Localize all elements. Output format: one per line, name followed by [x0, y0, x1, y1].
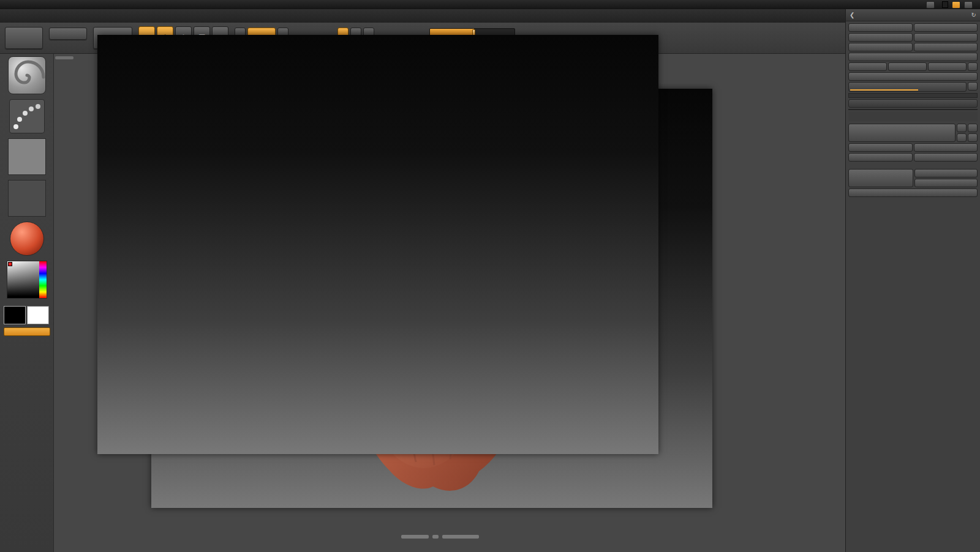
dots-stroke-icon [10, 100, 44, 133]
zbrush-app: ▣ ✛ ✥ ⇱ ↻ [0, 0, 980, 552]
switch-color-swatches [4, 306, 50, 324]
save-as-button[interactable] [914, 23, 978, 32]
current-tool-r-button[interactable] [968, 82, 978, 91]
lightbox-tools-button[interactable] [848, 72, 978, 81]
canvas-scrollbar-top[interactable] [55, 56, 74, 59]
document-title [97, 35, 658, 454]
import-button[interactable] [848, 33, 913, 42]
spiral-brush-icon [9, 57, 45, 94]
secondary-color-swatch[interactable] [27, 306, 49, 324]
current-tool-slider-fill [850, 89, 918, 91]
canvas-scrollbar-segment[interactable] [401, 535, 429, 539]
goz-r-button[interactable] [968, 62, 978, 71]
alpha-thumbnail[interactable] [8, 138, 46, 175]
current-brush[interactable] [8, 56, 46, 95]
tool-palette-body [846, 21, 980, 552]
alternate-button[interactable] [4, 327, 50, 336]
tool-palette: ❮ ↻ [845, 9, 980, 552]
subtool-section-header[interactable] [848, 99, 978, 108]
titlebar-right [926, 1, 976, 9]
brush-thumbnail[interactable] [8, 56, 46, 94]
tool-palette-header: ❮ ↻ [846, 9, 980, 21]
insert-button[interactable] [914, 179, 978, 187]
texture-thumbnail[interactable] [8, 180, 46, 217]
left-palette [0, 54, 54, 552]
export-button[interactable] [914, 33, 978, 42]
stroke-thumbnail[interactable] [9, 99, 45, 133]
color-picker[interactable] [7, 261, 47, 299]
titlebar [0, 0, 980, 9]
unused-label [848, 111, 978, 121]
rename-button[interactable] [848, 143, 913, 152]
goz-visible-button[interactable] [928, 62, 967, 71]
restore-config-icon[interactable]: ↻ [971, 12, 976, 18]
current-stroke[interactable] [9, 99, 45, 134]
main-color-swatch[interactable] [4, 306, 26, 324]
current-color-swatch [8, 262, 12, 266]
list-all-button[interactable] [848, 124, 956, 142]
current-material[interactable] [10, 222, 44, 256]
canvas-scrollbar-segment[interactable] [432, 535, 439, 539]
default-zscript-button[interactable] [964, 1, 973, 9]
move-up-button[interactable] [957, 124, 967, 132]
see-through-value[interactable] [942, 1, 948, 8]
load-tool-button[interactable] [848, 23, 913, 32]
menus-button[interactable] [952, 1, 960, 9]
hue-strip[interactable] [39, 261, 47, 298]
move-down-button[interactable] [968, 124, 978, 132]
subtool-order-arrows [957, 124, 978, 142]
quicksave-button[interactable] [926, 1, 935, 9]
subtool-list [848, 109, 978, 110]
all-high-button[interactable] [914, 153, 978, 162]
projection-master-button[interactable] [5, 27, 43, 49]
material-sphere-thumbnail[interactable] [10, 222, 44, 256]
all-low-button[interactable] [848, 153, 913, 162]
lightbox-button[interactable] [49, 28, 87, 40]
menubar [0, 9, 845, 23]
move-out-button[interactable] [957, 133, 967, 142]
del-other-button[interactable] [848, 188, 978, 197]
goz-all-button[interactable] [888, 62, 927, 71]
clone-button[interactable] [848, 43, 913, 51]
move-in-button[interactable] [968, 133, 978, 142]
goz-button[interactable] [848, 62, 887, 71]
current-texture[interactable] [8, 180, 46, 217]
autoreorder-button[interactable] [914, 143, 978, 152]
current-alpha[interactable] [8, 138, 46, 176]
append-button[interactable] [914, 169, 978, 177]
gradient-picker[interactable] [7, 261, 47, 299]
tool-inventory [848, 93, 978, 98]
duplicate-button[interactable] [848, 169, 913, 187]
current-tool-name[interactable] [848, 82, 967, 92]
collapse-arrow-icon[interactable]: ❮ [850, 12, 854, 18]
clone-all-subtools-button[interactable] [848, 53, 978, 61]
make-polymesh3d-button[interactable] [914, 43, 978, 51]
canvas-scrollbar-segment[interactable] [442, 535, 479, 539]
